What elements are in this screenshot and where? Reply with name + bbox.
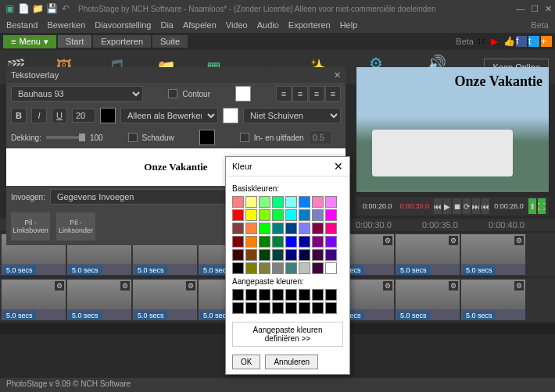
timeline-clip[interactable]: 5.0 secs⚙ [461, 280, 525, 320]
contour-color-swatch[interactable] [235, 86, 251, 102]
twitter-icon[interactable]: t [528, 36, 539, 47]
play-button[interactable]: ▶ [443, 198, 451, 214]
tab-exporteren[interactable]: Exporteren [93, 35, 151, 48]
color-swatch[interactable] [259, 236, 270, 248]
color-swatch[interactable] [232, 249, 244, 261]
menu-help[interactable]: Help [340, 20, 358, 30]
color-swatch[interactable] [272, 223, 284, 234]
fade-checkbox[interactable] [240, 133, 249, 142]
fade-value-input[interactable] [309, 130, 332, 144]
color-swatch[interactable] [299, 223, 310, 234]
color-dialog-close-icon[interactable]: ✕ [334, 160, 343, 173]
menu-exporteren[interactable]: Exporteren [288, 20, 331, 30]
color-swatch[interactable] [325, 196, 337, 208]
color-ok-button[interactable]: OK [232, 355, 260, 369]
bg-color-swatch[interactable] [223, 108, 238, 123]
italic-button[interactable]: I [31, 108, 47, 123]
tab-suite[interactable]: Suite [152, 35, 188, 48]
underline-button[interactable]: U [52, 108, 67, 123]
new-icon[interactable]: 📄 [17, 2, 30, 15]
color-swatch[interactable] [325, 223, 337, 234]
custom-color-swatch[interactable] [232, 289, 244, 301]
end-button[interactable]: ⏮ [482, 198, 489, 214]
color-swatch[interactable] [285, 209, 297, 221]
color-swatch[interactable] [259, 196, 270, 208]
custom-color-swatch[interactable] [245, 289, 257, 301]
share-icon[interactable]: + [541, 36, 552, 47]
custom-color-swatch[interactable] [299, 289, 310, 301]
color-swatch[interactable] [312, 196, 324, 208]
menu-dia[interactable]: Dia [160, 20, 174, 30]
text-color-swatch[interactable] [100, 108, 116, 123]
fullscreen-button[interactable]: ⛶ [538, 198, 546, 214]
clip-settings-icon[interactable]: ⚙ [514, 236, 524, 245]
opacity-slider[interactable] [46, 136, 85, 139]
custom-color-swatch[interactable] [245, 302, 257, 314]
tab-start[interactable]: Start [58, 35, 91, 48]
timeline-clip[interactable]: 5.0 secs⚙ [396, 280, 460, 320]
custom-color-swatch[interactable] [259, 302, 270, 314]
color-swatch[interactable] [232, 223, 244, 234]
custom-color-swatch[interactable] [312, 302, 324, 314]
color-swatch[interactable] [312, 262, 324, 274]
color-swatch[interactable] [259, 249, 270, 261]
color-swatch[interactable] [312, 223, 324, 234]
menu-afspelen[interactable]: Afspelen [183, 20, 217, 30]
editor-mode-select[interactable]: Alleen als Bewerker [120, 108, 218, 123]
clip-settings-icon[interactable]: ⚙ [514, 281, 524, 290]
timeline-clip[interactable]: 5.0 secs⚙ [67, 280, 131, 320]
color-swatch[interactable] [299, 249, 310, 261]
next-button[interactable]: ⏭ [472, 198, 480, 214]
color-swatch[interactable] [312, 209, 324, 221]
export-button[interactable]: ⬆ [528, 198, 536, 214]
custom-color-swatch[interactable] [312, 289, 324, 301]
save-icon[interactable]: 💾 [45, 2, 58, 15]
color-swatch[interactable] [299, 236, 310, 248]
clip-settings-icon[interactable]: ⚙ [383, 236, 392, 245]
color-swatch[interactable] [285, 223, 297, 234]
clip-settings-icon[interactable]: ⚙ [449, 236, 458, 245]
font-select[interactable]: Bauhaus 93 [11, 86, 143, 102]
menu-bewerken[interactable]: Bewerken [47, 20, 85, 30]
scroll-select[interactable]: Niet Schuiven [243, 108, 341, 123]
align-left-button[interactable]: ≡ [276, 86, 292, 102]
color-swatch[interactable] [259, 223, 270, 234]
color-swatch[interactable] [272, 249, 284, 261]
clip-settings-icon[interactable]: ⚙ [186, 281, 195, 290]
color-swatch[interactable] [312, 236, 324, 248]
color-swatch[interactable] [245, 236, 257, 248]
color-swatch[interactable] [232, 209, 244, 221]
color-swatch[interactable] [299, 262, 310, 274]
color-swatch[interactable] [285, 262, 297, 274]
overlay-close-icon[interactable]: ✕ [334, 70, 341, 80]
custom-color-swatch[interactable] [272, 302, 284, 314]
define-colors-button[interactable]: Aangepaste kleuren definiëren >> [232, 322, 343, 347]
color-swatch[interactable] [232, 196, 244, 208]
color-swatch[interactable] [272, 196, 284, 208]
timeline-clip[interactable]: 5.0 secs⚙ [461, 234, 525, 275]
custom-color-swatch[interactable] [232, 302, 244, 314]
color-swatch[interactable] [245, 209, 257, 221]
color-swatch[interactable] [232, 262, 244, 274]
timeline-clip[interactable]: 5.0 secs⚙ [133, 280, 197, 320]
color-swatch[interactable] [245, 196, 257, 208]
color-swatch[interactable] [245, 249, 257, 261]
color-cancel-button[interactable]: Annuleren [265, 355, 318, 369]
color-swatch[interactable] [312, 249, 324, 261]
color-swatch[interactable] [272, 209, 284, 221]
color-swatch[interactable] [285, 249, 297, 261]
custom-color-swatch[interactable] [285, 289, 297, 301]
timeline-clip[interactable]: 5.0 secs⚙ [2, 280, 66, 320]
custom-color-swatch[interactable] [272, 289, 284, 301]
align-right-button[interactable]: ≡ [309, 86, 324, 102]
color-swatch[interactable] [325, 209, 337, 221]
flickr-icon[interactable]: ∷ [478, 36, 489, 47]
close-button[interactable]: ✕ [545, 4, 552, 14]
align-center-button[interactable]: ≡ [292, 86, 308, 102]
color-swatch[interactable] [325, 262, 337, 274]
loop-button[interactable]: ⟳ [463, 198, 471, 214]
custom-color-swatch[interactable] [325, 289, 337, 301]
color-swatch[interactable] [325, 249, 337, 261]
bold-button[interactable]: B [11, 108, 27, 123]
color-swatch[interactable] [285, 196, 297, 208]
